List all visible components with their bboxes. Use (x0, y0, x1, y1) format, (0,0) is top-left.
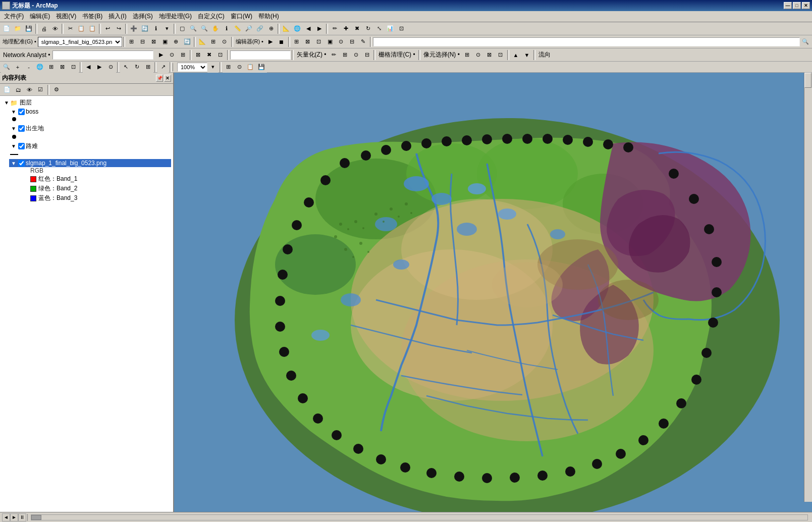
identify-btn[interactable]: ℹ (221, 23, 232, 34)
full-view-btn[interactable]: ⊞ (45, 62, 57, 73)
geo-btn4[interactable]: ▣ (159, 36, 171, 47)
menu-bookmark[interactable]: 书签(B) (79, 11, 105, 22)
na-layer-combo[interactable] (52, 50, 153, 60)
print-btn[interactable]: 🖨 (38, 23, 49, 34)
redo-btn[interactable]: ↪ (113, 23, 124, 34)
extra-btn3[interactable]: 📋 (245, 62, 256, 73)
geo-btn7[interactable]: 📐 (197, 36, 208, 47)
na-btn3[interactable]: ⊞ (178, 49, 189, 61)
basemap-checkbox[interactable] (18, 160, 25, 167)
menu-customize[interactable]: 自定义(C) (195, 11, 228, 22)
zoom-in-btn[interactable]: 🔍 (188, 23, 199, 34)
es-btn3[interactable]: ⊠ (484, 49, 495, 61)
geo-btn1[interactable]: ⊞ (126, 36, 137, 47)
measure-btn[interactable]: 📏 (232, 23, 243, 34)
menu-view[interactable]: 视图(V) (53, 11, 79, 22)
toc-pin-btn[interactable]: 📌 (156, 75, 163, 82)
menu-file[interactable]: 文件(F) (1, 11, 27, 22)
na-btn5[interactable]: ✖ (204, 49, 215, 61)
na-btn6[interactable]: ⊡ (215, 49, 226, 61)
es-btn1[interactable]: ⊞ (462, 49, 473, 61)
rotate-view-btn[interactable]: ↻ (131, 62, 142, 73)
status-nav-next[interactable]: ► (10, 513, 18, 521)
vec-btn1[interactable]: ✏ (328, 49, 339, 61)
back-extent-btn[interactable]: ◀ (303, 23, 314, 34)
toc-close-btn[interactable]: ✕ (164, 75, 171, 82)
toc-list-by-source[interactable]: 🗂 (13, 85, 23, 95)
layers-root-row[interactable]: ▼ 📁 图层 (2, 98, 171, 108)
overview-btn[interactable]: ⊙ (105, 62, 116, 73)
editor-btn2[interactable]: ⏹ (276, 36, 287, 47)
es-btn2[interactable]: ⊙ (473, 49, 484, 61)
status-nav-prev[interactable]: ◄ (2, 513, 10, 521)
menu-edit[interactable]: 编辑(E) (27, 11, 53, 22)
attributes-btn[interactable]: 📊 (385, 23, 396, 34)
geo-btn5[interactable]: ⊕ (171, 36, 182, 47)
na-options-combo[interactable] (230, 50, 291, 60)
map-view-btn[interactable]: 🌐 (34, 62, 45, 73)
na-btn2[interactable]: ⊙ (167, 49, 178, 61)
editor-btn8[interactable]: ⊟ (347, 36, 358, 47)
editor-btn3[interactable]: ⊞ (291, 36, 302, 47)
roads-checkbox[interactable] (18, 143, 25, 149)
zoom-out-btn[interactable]: 🔍 (199, 23, 210, 34)
editor-btn7[interactable]: ⊙ (336, 36, 347, 47)
delete-feature-btn[interactable]: ✖ (351, 23, 362, 34)
close-button[interactable]: ✕ (802, 2, 810, 9)
save-btn[interactable]: 💾 (23, 23, 34, 34)
layout-btn[interactable]: 📐 (281, 23, 292, 34)
basemap-layer-row[interactable]: ▼ slgmap_1_final_big_0523.png (9, 159, 171, 167)
fwd-extent-btn[interactable]: ▶ (314, 23, 325, 34)
select-tool[interactable]: ▢ (177, 23, 188, 34)
menu-select[interactable]: 选择(S) (130, 11, 156, 22)
add-data-btn[interactable]: ➕ (128, 23, 139, 34)
hyperlink-btn[interactable]: 🔗 (254, 23, 265, 34)
editor-btn6[interactable]: ▣ (324, 36, 336, 47)
editor-btn9[interactable]: ✎ (358, 36, 369, 47)
undo-btn[interactable]: ↩ (102, 23, 113, 34)
scale-btn[interactable]: ⤡ (373, 23, 385, 34)
es-btn4[interactable]: ⊡ (495, 49, 506, 61)
refresh-btn[interactable]: 🔄 (139, 23, 150, 34)
geo-btn2[interactable]: ⊟ (137, 36, 148, 47)
editor-search[interactable]: 🔍 (800, 36, 811, 47)
editor-btn-play[interactable]: ▶ (265, 36, 276, 47)
editor-btn5[interactable]: ⊡ (313, 36, 324, 47)
pan-left-btn[interactable]: ◀ (83, 62, 94, 73)
arrow-tool[interactable]: ↗ (157, 62, 169, 73)
extra-btn4[interactable]: 💾 (256, 62, 267, 73)
layer-select[interactable]: slgmap_1_final_big_0523.pn (38, 37, 122, 47)
open-btn[interactable]: 📁 (12, 23, 23, 34)
map-scrollbar-v[interactable] (804, 73, 812, 502)
birthplace-layer-row[interactable]: ▼ 出生地 (9, 124, 171, 133)
extra-btn2[interactable]: ⊙ (234, 62, 245, 73)
geo-btn6[interactable]: 🔄 (182, 36, 193, 47)
pan-right-btn[interactable]: ▶ (94, 62, 105, 73)
snapping-btn[interactable]: ⊡ (396, 23, 407, 34)
boss-layer-row[interactable]: ▼ boss (9, 108, 171, 116)
toc-list-by-drawing-order[interactable]: 📄 (2, 85, 12, 95)
zoom-in2[interactable]: + (12, 62, 23, 73)
menu-geoprocess[interactable]: 地理处理(G) (156, 11, 195, 22)
roads-layer-row[interactable]: ▼ 路难 (9, 141, 171, 151)
inc-btn[interactable]: ▲ (510, 49, 521, 61)
cursor-tool[interactable]: ↖ (120, 62, 131, 73)
preview-btn[interactable]: 👁 (49, 23, 61, 34)
full-extent-btn[interactable]: 🌐 (292, 23, 303, 34)
deselect-btn[interactable]: ⊡ (68, 62, 79, 73)
na-btn4[interactable]: ⊠ (193, 49, 204, 61)
cut-btn[interactable]: ✂ (65, 23, 76, 34)
toc-list-by-visibility[interactable]: 👁 (24, 85, 34, 95)
status-scrollbar[interactable] (31, 514, 808, 520)
select-all-btn[interactable]: ⊠ (57, 62, 68, 73)
info-btn[interactable]: ℹ (150, 23, 161, 34)
zoom-rect[interactable]: ⊞ (142, 62, 153, 73)
geo-btn9[interactable]: ⊙ (219, 36, 230, 47)
na-btn1[interactable]: ▶ (155, 49, 167, 61)
minimize-button[interactable]: — (784, 2, 792, 9)
editor-btn4[interactable]: ⊠ (302, 36, 313, 47)
more-btn[interactable]: ▾ (161, 23, 173, 34)
copy-btn[interactable]: 📋 (76, 23, 87, 34)
zoom-out2[interactable]: - (23, 62, 34, 73)
new-btn[interactable]: 📄 (1, 23, 12, 34)
